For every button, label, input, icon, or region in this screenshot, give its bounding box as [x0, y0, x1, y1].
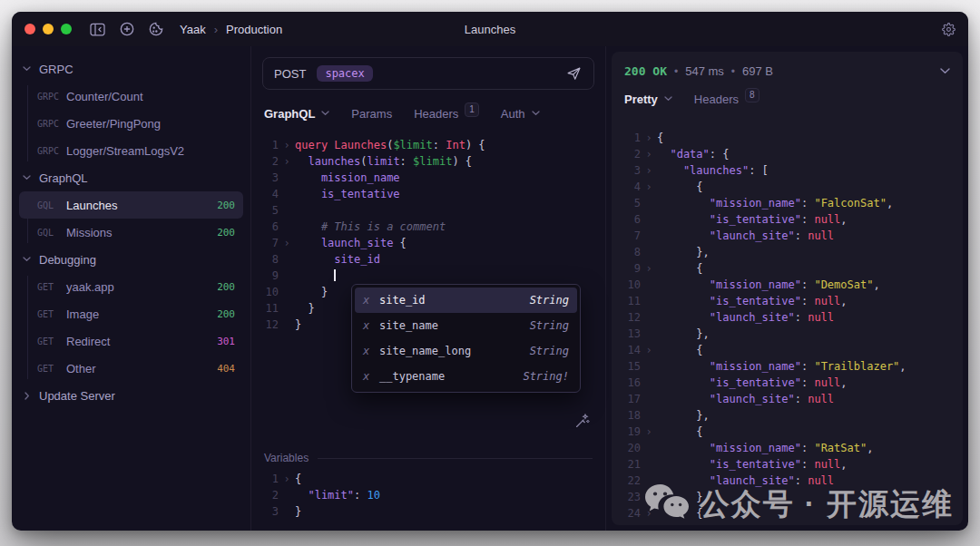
format-wand-icon[interactable]	[573, 413, 591, 430]
line-number: 11	[619, 293, 641, 309]
autocomplete-popup: xsite_idStringxsite_nameStringxsite_name…	[351, 284, 581, 393]
response-editor[interactable]: 1›{2› "data": {3› "launches": [4› {5 "mi…	[619, 130, 963, 525]
sidebar-folder-debugging[interactable]: Debugging	[12, 246, 250, 273]
response-tab-headers[interactable]: Headers8	[694, 92, 760, 106]
line-number: 13	[619, 326, 641, 342]
line-number: 4	[259, 186, 279, 202]
environment-badge[interactable]: spacex	[317, 65, 372, 82]
sidebar-item-counter-count[interactable]: GRPCCounter/Count	[19, 83, 243, 110]
code-line: 7› launch_site {	[259, 235, 602, 251]
sidebar-item-other[interactable]: GETOther404	[19, 355, 243, 382]
request-name: Missions	[66, 226, 217, 239]
autocomplete-item-typename[interactable]: x__typenameString!	[355, 364, 577, 389]
suggestion-type: String	[530, 345, 569, 357]
response-time: 547 ms	[685, 64, 724, 78]
sidebar-folder-grpc[interactable]: GRPC	[12, 55, 250, 83]
folder-children: GQLLaunches200GQLMissions200	[12, 191, 250, 246]
status-badge: 404	[217, 363, 235, 375]
variables-editor[interactable]: 1›{2 "limit": 103}	[259, 471, 605, 520]
sidebar-item-greeter-pingpong[interactable]: GRPCGreeter/PingPong	[19, 110, 243, 137]
code-line: 6 "is_tentative": null,	[619, 211, 963, 228]
sidebar-tree: GRPCGRPCCounter/CountGRPCGreeter/PingPon…	[12, 55, 250, 409]
line-number: 17	[619, 391, 641, 407]
chevron-right-icon	[23, 392, 31, 400]
tab-label: Headers	[694, 93, 739, 106]
method-label: GET	[37, 282, 66, 292]
fold-chevron-icon[interactable]: ›	[641, 179, 657, 195]
field-kind-icon: x	[363, 370, 379, 383]
url-bar[interactable]: POST spacex	[262, 57, 594, 90]
fold-chevron-icon[interactable]: ›	[279, 137, 295, 153]
response-tab-pretty[interactable]: Pretty	[624, 93, 672, 106]
autocomplete-item-site-name-long[interactable]: xsite_name_longString	[355, 338, 577, 364]
request-tab-graphql[interactable]: GraphQL	[264, 107, 329, 121]
fold-chevron-icon[interactable]: ›	[641, 146, 657, 162]
settings-gear-icon[interactable]	[942, 23, 956, 36]
breadcrumb[interactable]: Yaak › Production	[180, 23, 282, 36]
fold-chevron-icon[interactable]: ›	[641, 342, 657, 358]
line-number: 24	[619, 505, 641, 522]
sidebar-folder-update-server[interactable]: Update Server	[12, 382, 250, 409]
code-line: 13 },	[619, 326, 963, 342]
code-line: 14› {	[619, 342, 963, 358]
sidebar-item-redirect[interactable]: GETRedirect301	[19, 327, 243, 355]
chevron-down-icon	[532, 111, 540, 116]
fold-chevron-icon[interactable]: ›	[641, 260, 657, 277]
response-menu-chevron-icon[interactable]	[940, 68, 950, 74]
folder-label: Debugging	[39, 253, 96, 267]
fold-chevron-icon[interactable]: ›	[279, 235, 295, 251]
sidebar-item-launches[interactable]: GQLLaunches200	[19, 191, 243, 219]
code-line: 4› {	[619, 179, 963, 195]
breadcrumb-separator: ›	[214, 23, 218, 36]
field-kind-icon: x	[363, 345, 379, 357]
close-window-button[interactable]	[24, 24, 35, 34]
code-line: 3 mission_name	[259, 170, 602, 186]
fold-chevron-icon[interactable]: ›	[279, 153, 295, 170]
code-line: 5 "mission_name": "FalconSat",	[619, 195, 963, 211]
request-method: POST	[274, 67, 306, 81]
response-meta: 200 OK • 547 ms • 697 B	[612, 52, 963, 78]
line-number: 12	[259, 317, 279, 333]
sidebar-item-image[interactable]: GETImage200	[19, 300, 243, 327]
sidebar-folder-graphql[interactable]: GraphQL	[12, 164, 250, 191]
fold-chevron-icon[interactable]: ›	[641, 162, 657, 179]
fold-chevron-icon[interactable]: ›	[641, 424, 657, 440]
request-name: Launches	[66, 199, 217, 212]
line-number: 3	[619, 162, 641, 179]
sidebar-item-logger-streamlogsv2[interactable]: GRPCLogger/StreamLogsV2	[19, 137, 243, 164]
minimize-window-button[interactable]	[43, 24, 54, 34]
sidebar-item-yaak-app[interactable]: GETyaak.app200	[19, 273, 243, 300]
sidebar-item-missions[interactable]: GQLMissions200	[19, 219, 243, 246]
line-number: 12	[619, 309, 641, 326]
code-line: 2 "limit": 10	[259, 487, 605, 503]
send-request-icon[interactable]	[565, 65, 583, 82]
suggestion-type: String!	[523, 370, 569, 383]
text-cursor	[334, 269, 336, 281]
new-request-icon[interactable]	[120, 22, 134, 36]
request-tab-headers[interactable]: Headers1	[414, 106, 479, 121]
request-tab-auth[interactable]: Auth	[501, 107, 540, 121]
request-name: Logger/StreamLogsV2	[66, 144, 235, 158]
request-tabs: GraphQLParamsHeaders1Auth	[264, 101, 540, 126]
autocomplete-item-site-id[interactable]: xsite_idString	[355, 288, 577, 313]
method-label: GRPC	[37, 146, 66, 156]
code-line: 20 "mission_name": "RatSat",	[619, 440, 963, 456]
toggle-sidebar-icon[interactable]	[90, 23, 105, 36]
cookie-icon[interactable]	[149, 22, 163, 36]
folder-label: GRPC	[39, 63, 74, 76]
code-line: 21 "is_tentative": null,	[619, 456, 963, 473]
code-line: 1›{	[619, 130, 963, 146]
line-number: 22	[619, 473, 641, 489]
response-status: 200 OK	[624, 64, 667, 78]
line-number: 9	[619, 260, 641, 277]
fold-chevron-icon[interactable]: ›	[641, 130, 657, 146]
fold-chevron-icon[interactable]: ›	[279, 471, 295, 487]
code-line: 19› {	[619, 424, 963, 440]
breadcrumb-workspace[interactable]: Production	[226, 23, 282, 36]
line-number: 4	[619, 179, 641, 195]
zoom-window-button[interactable]	[61, 24, 72, 34]
request-tab-params[interactable]: Params	[351, 107, 392, 121]
request-panel: POST spacex GraphQLParamsHeaders1Auth 1›…	[251, 46, 606, 531]
status-badge: 301	[217, 336, 235, 347]
autocomplete-item-site-name[interactable]: xsite_nameString	[355, 313, 577, 338]
